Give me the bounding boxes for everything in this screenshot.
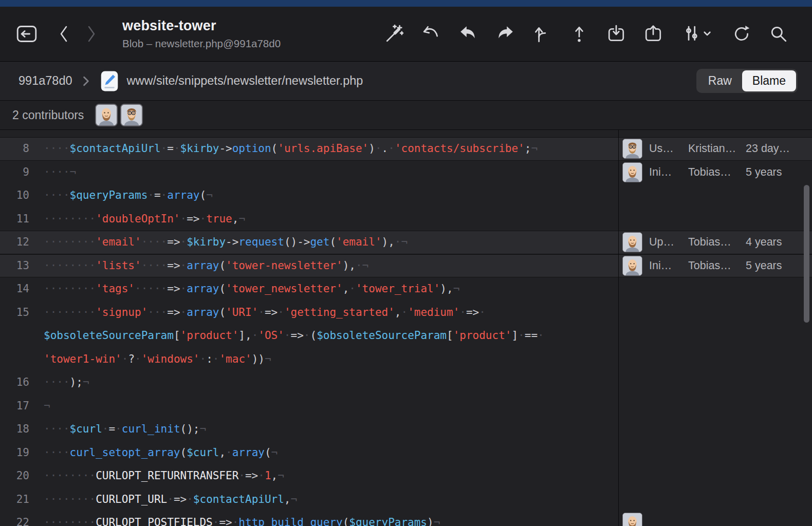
code-text: ········'signup'···=>·array('URI'·=>·'ge… bbox=[29, 301, 486, 325]
code-text: ¬ bbox=[29, 394, 50, 418]
magic-wand-icon bbox=[385, 25, 403, 43]
code-line-20[interactable]: 20········CURLOPT_RETURNTRANSFER·=>·1,¬ bbox=[0, 464, 618, 488]
line-number[interactable]: 22 bbox=[0, 511, 29, 526]
refresh-button[interactable] bbox=[730, 20, 753, 48]
line-number[interactable]: 17 bbox=[0, 394, 29, 418]
contributor-avatar-kristian[interactable] bbox=[120, 104, 143, 126]
code-line-16[interactable]: 16····);¬ bbox=[0, 371, 618, 394]
blame-author: Tobias… bbox=[688, 166, 737, 179]
chevron-right-icon bbox=[86, 24, 97, 44]
contributor-avatar-tobias[interactable] bbox=[95, 104, 118, 126]
line-number[interactable]: 12 bbox=[0, 231, 29, 254]
breadcrumb-bar: 991a78d0 www/site/snippets/newsletter/ne… bbox=[0, 62, 812, 101]
php-file-icon bbox=[100, 70, 119, 92]
search-icon bbox=[769, 25, 788, 43]
blame-row[interactable]: Us…Kristian…23 day… bbox=[619, 137, 812, 161]
code-line-21[interactable]: 21········CURLOPT_URL·=>·$contactApiUrl,… bbox=[0, 488, 618, 512]
code-text: ········CURLOPT_POSTFIELDS·=>·http_build… bbox=[29, 511, 440, 526]
sidebar-toggle-button[interactable] bbox=[13, 20, 40, 48]
window-title: website-tower bbox=[122, 18, 318, 34]
blame-row[interactable]: Up…Tobias…4 years bbox=[619, 231, 812, 254]
blame-author-avatar bbox=[622, 232, 642, 252]
code-text: ····¬ bbox=[29, 161, 76, 184]
code-line-11[interactable]: 11········'doubleOptIn'·=>·true,¬ bbox=[0, 208, 618, 231]
stash-apply-button[interactable] bbox=[641, 20, 665, 48]
line-number[interactable]: 13 bbox=[0, 254, 29, 278]
line-number[interactable]: 15 bbox=[0, 301, 29, 325]
app-window: website-tower Blob – newsletter.php@991a… bbox=[0, 0, 812, 526]
chevron-down-icon bbox=[705, 32, 710, 35]
code-view: 8····$contactApiUrl·=·$kirby->option('ur… bbox=[0, 130, 812, 526]
window-subtitle: Blob – newsletter.php@991a78d0 bbox=[122, 37, 318, 50]
line-number[interactable]: 10 bbox=[0, 184, 29, 208]
stash-apply-icon bbox=[644, 25, 662, 43]
blame-row[interactable]: Ini…Tobias…5 years bbox=[619, 161, 812, 184]
vertical-scrollbar[interactable] bbox=[804, 185, 809, 323]
line-number[interactable]: 8 bbox=[0, 137, 29, 161]
code-text: ········CURLOPT_RETURNTRANSFER·=>·1,¬ bbox=[29, 464, 284, 488]
blame-row[interactable] bbox=[619, 511, 812, 526]
code-line-13[interactable]: 13········'lists'····=>·array('tower-new… bbox=[0, 254, 618, 278]
code-text: ········'tags'·····=>·array('tower_newsl… bbox=[29, 277, 459, 301]
line-number[interactable]: 14 bbox=[0, 277, 29, 301]
code-line-19[interactable]: 19····curl_setopt_array($curl,·array(¬ bbox=[0, 441, 618, 465]
code-line-continuation[interactable]: $obsoleteSourceParam['product'],·'OS'·=>… bbox=[0, 324, 618, 348]
line-number[interactable]: 19 bbox=[0, 441, 29, 465]
search-button[interactable] bbox=[767, 20, 790, 48]
chevron-left-icon bbox=[58, 24, 69, 44]
line-number[interactable] bbox=[0, 324, 29, 348]
blame-summary: Ini… bbox=[649, 259, 681, 272]
blame-button[interactable]: Blame bbox=[742, 70, 796, 91]
publish-arrow-icon bbox=[570, 25, 588, 43]
blame-age: 5 years bbox=[746, 259, 782, 272]
pull-arrow-icon bbox=[459, 25, 477, 43]
line-number[interactable]: 16 bbox=[0, 371, 29, 394]
blame-author-avatar bbox=[622, 256, 642, 276]
view-mode-switch: Raw Blame bbox=[696, 69, 798, 93]
contributors-label: 2 contributors bbox=[12, 108, 84, 122]
blame-row[interactable]: Ini…Tobias…5 years bbox=[619, 254, 812, 278]
raw-button[interactable]: Raw bbox=[698, 70, 742, 91]
commit-hash[interactable]: 991a78d0 bbox=[19, 74, 72, 88]
blame-author-avatar bbox=[622, 513, 642, 526]
quick-actions-button[interactable] bbox=[382, 20, 406, 48]
line-number[interactable]: 18 bbox=[0, 418, 29, 441]
code-text: ····$curl·=·curl_init();¬ bbox=[29, 418, 206, 441]
line-number[interactable]: 9 bbox=[0, 161, 29, 184]
undo-button[interactable] bbox=[419, 20, 443, 48]
push-button[interactable] bbox=[493, 20, 517, 48]
pull-button[interactable] bbox=[456, 20, 480, 48]
code-line-12[interactable]: 12········'email'····=>·$kirby->request(… bbox=[0, 231, 618, 254]
back-button[interactable] bbox=[53, 20, 74, 48]
checkout-icon bbox=[533, 25, 551, 43]
blame-age: 23 day… bbox=[746, 142, 790, 155]
compare-dropdown-button[interactable] bbox=[678, 20, 716, 48]
checkout-button[interactable] bbox=[530, 20, 554, 48]
blame-summary: Ini… bbox=[649, 166, 681, 179]
code-line-15[interactable]: 15········'signup'···=>·array('URI'·=>·'… bbox=[0, 301, 618, 325]
blame-author: Tobias… bbox=[688, 259, 737, 272]
line-number[interactable]: 20 bbox=[0, 464, 29, 488]
blame-author-avatar bbox=[622, 162, 642, 182]
contributors-bar: 2 contributors bbox=[0, 101, 812, 130]
line-number[interactable]: 11 bbox=[0, 208, 29, 231]
blame-author: Tobias… bbox=[688, 236, 737, 249]
code-line-continuation[interactable]: 'tower1-win'·?·'windows'·:·'mac'))¬ bbox=[0, 348, 618, 371]
breadcrumb-chevron-icon bbox=[83, 76, 90, 86]
code-line-8[interactable]: 8····$contactApiUrl·=·$kirby->option('ur… bbox=[0, 137, 618, 161]
publish-button[interactable] bbox=[567, 20, 591, 48]
code-line-9[interactable]: 9····¬ bbox=[0, 161, 618, 184]
code-line-10[interactable]: 10····$queryParams·=·array(¬ bbox=[0, 184, 618, 208]
code-column: 8····$contactApiUrl·=·$kirby->option('ur… bbox=[0, 137, 618, 526]
code-line-17[interactable]: 17¬ bbox=[0, 394, 618, 418]
code-line-14[interactable]: 14········'tags'·····=>·array('tower_new… bbox=[0, 277, 618, 301]
forward-button[interactable] bbox=[81, 20, 102, 48]
line-number[interactable] bbox=[0, 348, 29, 371]
blame-author: Kristian… bbox=[688, 142, 737, 155]
code-line-18[interactable]: 18····$curl·=·curl_init();¬ bbox=[0, 418, 618, 441]
code-text: ····$queryParams·=·array(¬ bbox=[29, 184, 213, 208]
code-text: ········'email'····=>·$kirby->request()-… bbox=[29, 231, 408, 254]
code-line-22[interactable]: 22········CURLOPT_POSTFIELDS·=>·http_bui… bbox=[0, 511, 618, 526]
stash-save-button[interactable] bbox=[604, 20, 628, 48]
line-number[interactable]: 21 bbox=[0, 488, 29, 512]
